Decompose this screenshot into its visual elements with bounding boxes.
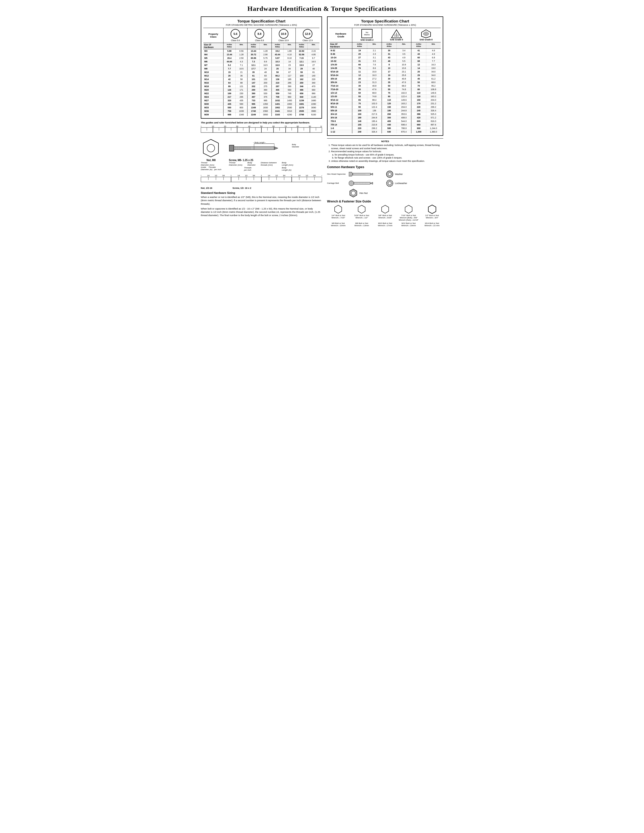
metric-val-ftlbs: 22.92 [296, 49, 308, 53]
std-val-ftlbs: 35 [352, 88, 367, 91]
std-grade-group-2: 170231.2 [411, 102, 441, 105]
metric-val-ftlbs: 44.64 [224, 60, 236, 63]
metric-class-group-0: 7591030 [224, 109, 248, 113]
metric-val-nm: 550 [283, 88, 295, 92]
wrench-m6-wrench: Wrench—10mm [327, 224, 349, 227]
metric-val-nm: 5150 [308, 113, 319, 116]
std-grade-group-0: 667.6 [352, 63, 382, 66]
svg-text:60: 60 [272, 125, 275, 127]
svg-marker-135 [405, 205, 412, 213]
metric-class-group-1: 9951350 [248, 102, 272, 106]
metric-row: M1889121202275287390346470 [203, 85, 319, 88]
std-grade-group-2: 220299.2 [411, 105, 441, 109]
metric-val-ftlbs: 708 [272, 95, 284, 98]
wrench-item-m8: M8 Bolt or Nut Wrench—13mm [351, 222, 373, 227]
wrench-guide-title: Wrench & Fastener Size Guide [327, 199, 443, 203]
wrench-m10-wrench: Wrench—17mm [374, 224, 396, 227]
std-val-ftlbs: 23 [352, 80, 367, 84]
standard-row: 7/16-143040.85068.07095.2 [330, 84, 441, 88]
svg-marker-127 [370, 182, 373, 184]
std-val-nm: 68.0 [397, 84, 411, 87]
metric-val-ftlbs: 89 [224, 85, 236, 88]
capscrew-label: Hex Head Capscrew [327, 173, 347, 175]
std-val-nm: 10.9 [397, 63, 411, 66]
std-row-size: 9/16-12 [330, 98, 352, 101]
std-grade-group-2: 7095.2 [411, 84, 441, 87]
notes-title: NOTES [327, 140, 443, 143]
std-val-nm: 544.0 [397, 119, 411, 123]
metric-val-ftlbs: 60.96 [248, 56, 259, 60]
metric-class-group-1: 6183 [248, 74, 272, 77]
metric-val-nm: 40 [308, 67, 319, 70]
std-val-nm: 204.0 [426, 98, 441, 101]
std-val-ftlbs: 49 [382, 60, 397, 63]
std-val-ftlbs: 20 [352, 77, 367, 80]
std-val-nm: 7.7 [426, 60, 441, 63]
metric-class-group-1: 147200 [248, 81, 272, 84]
property-class-label: PropertyClass [203, 28, 224, 43]
std-row-size: 8-36 [330, 52, 352, 56]
metric-class-group-2: 31634290 [272, 113, 296, 116]
svg-point-116 [349, 181, 354, 186]
std-val-nm: 34.0 [426, 70, 441, 73]
col-inlbs-1: in/lbsft/lbs [224, 43, 236, 49]
ruler-svg-mm: 0 10 20 30 40 50 60 70 80 90 100 [201, 125, 322, 135]
std-val-ftlbs: 240 [352, 130, 367, 133]
washer-icon [386, 170, 393, 178]
standard-row: 9/16-126588.4110149.6150204.0 [330, 98, 441, 102]
common-hw-title: Common Hardware Types [327, 165, 443, 169]
wrench-hex-1-2 [428, 205, 437, 214]
metric-val-ftlbs: 346 [296, 85, 308, 88]
svg-text:Diameter: Diameter [292, 146, 299, 148]
std-val-ftlbs: 580 [382, 127, 397, 130]
metric-val-nm: 1.80 [283, 49, 295, 53]
metric-sub-header: Size OfHardware in/lbsft/lbs Nm. in/lbsf… [203, 43, 319, 49]
svg-text:3/4: 3/4 [283, 175, 285, 177]
metric-val-nm: 121 [236, 85, 248, 88]
std-row-size: 3/8-16 [330, 77, 352, 80]
metric-class-group-1: 12.116.5 [248, 63, 272, 67]
std-grade-group-2: 1216.3 [411, 63, 441, 66]
metric-val-ftlbs: 26 [224, 74, 236, 77]
metric-val-ftlbs: 103 [296, 74, 308, 77]
std-grade-group-1: 580788.8 [382, 127, 411, 130]
std-val-nm: 16.3 [426, 63, 441, 66]
std-grade-group-2: 5068.0 [411, 80, 441, 84]
metric-val-nm: 9.7 [308, 56, 319, 60]
standard-row: 1/4-20667.6810.91216.3 [330, 63, 441, 66]
metric-val-ftlbs: 10.3 [272, 60, 284, 63]
std-val-ftlbs: 41 [411, 49, 426, 52]
metric-val-ftlbs: 64 [224, 81, 236, 84]
wrench-item-3-8: 3/8" Bolt or Nut Wrench—9/16" [374, 205, 396, 221]
metric-val-ftlbs: 12.1 [296, 60, 308, 63]
std-val-ftlbs: 50 [382, 84, 397, 87]
col-inlbs-3: in/lbsft/lbs [272, 43, 284, 49]
std-grade-group-0: 5068.0 [352, 91, 382, 95]
std-val-ftlbs: 90 [352, 105, 367, 109]
metric-row: M242172954973757089608401140 [203, 95, 319, 99]
metric-class-group-0: 435590 [224, 102, 248, 106]
metric-class-group-0: 5.27.1 [224, 63, 248, 67]
std-val-ftlbs: 300 [382, 116, 397, 119]
metric-val-ftlbs: 840 [296, 95, 308, 98]
nut-dimension-labels: Thread Diameter (mm) Inside Threads Diam… [201, 162, 221, 170]
std-val-nm: 163.2 [397, 102, 411, 105]
metric-row-size: M33 [203, 106, 224, 109]
metric-val-nm: 14 [283, 60, 295, 63]
metric-val-nm: 375 [259, 95, 272, 98]
right-chart-title: Torque Specification Chart [330, 19, 441, 23]
metric-row: M273204357339951032140012391680 [203, 99, 319, 102]
std-row-size: 3/4-10 [330, 113, 352, 116]
standard-row: 10-24273.1434.9606.8 [330, 56, 441, 60]
metric-val-nm: 800 [236, 106, 248, 109]
metric-val-nm: 24 [259, 67, 272, 70]
std-row-size: 5/8-18 [330, 109, 352, 112]
sae-grade5-icon [391, 29, 402, 39]
std-val-nm: 217.6 [367, 113, 382, 116]
std-grade-group-0: 140190.4 [352, 119, 382, 123]
metric-class-group-1: 7.39.9 [248, 60, 272, 63]
std-grade-group-2: 414.6 [411, 49, 441, 52]
svg-marker-49 [274, 147, 278, 150]
metric-val-ftlbs: 733 [248, 99, 259, 102]
metric-row: M122636618386.2117103140 [203, 74, 319, 77]
